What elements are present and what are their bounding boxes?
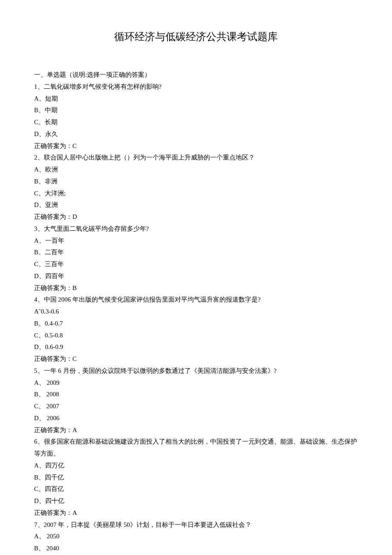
answer: 正确答案为：C bbox=[34, 353, 358, 365]
option: A、 2050 bbox=[34, 531, 358, 543]
answer: 正确答案为：A bbox=[34, 507, 358, 519]
option: B、 2008 bbox=[34, 389, 358, 401]
option: D、0.6-0.9 bbox=[34, 341, 358, 353]
option: D、四百年 bbox=[34, 270, 358, 282]
option: A、欧洲 bbox=[34, 164, 358, 176]
option: A、四万亿 bbox=[34, 460, 358, 472]
option: B、 2040 bbox=[34, 543, 358, 555]
question-text: 6、很多国家在能源和基础设施建设方面投入了相当大的比例，中国投资了一元到交通、能… bbox=[34, 436, 358, 460]
option: B、四千亿 bbox=[34, 472, 358, 484]
option: B、非洲 bbox=[34, 176, 358, 188]
document-content: 一、单选题（说明:选择一项正确的答案） 1、二氧化碳增多对气候变化将有怎样的影响… bbox=[34, 69, 358, 555]
document-title: 循环经济与低碳经济公共课考试题库 bbox=[34, 30, 358, 44]
option: C、四百亿 bbox=[34, 483, 358, 495]
option: A、 2009 bbox=[34, 377, 358, 389]
question-text: 5、一年 6 月份，美国的众议院终于以微弱的多数通过了《美国清洁能源与安全法案》… bbox=[34, 365, 358, 377]
option: B、0.4-0.7 bbox=[34, 318, 358, 330]
document-page: 循环经济与低碳经济公共课考试题库 一、单选题（说明:选择一项正确的答案） 1、二… bbox=[0, 0, 392, 555]
option: D、 2006 bbox=[34, 413, 358, 424]
question-text: 4、中国 2006 年出版的气候变化国家评估报告里面对平均气温升富的报道数字是? bbox=[34, 294, 358, 306]
option: C、长期 bbox=[34, 116, 358, 128]
option: C、大洋洲; bbox=[34, 188, 358, 200]
option: B、二百年 bbox=[34, 247, 358, 259]
option: B、中期 bbox=[34, 105, 358, 116]
answer: 正确答案为：A bbox=[34, 424, 358, 436]
question-text: 2、联合国人居中心出版物上把（）列为一个海平面上升威胁的一个重点地区？ bbox=[34, 152, 358, 164]
question-text: 3、大气里面二氧化碳平均会存留多少年? bbox=[34, 223, 358, 235]
question-text: 1、二氧化碳增多对气候变化将有怎样的影响? bbox=[34, 81, 358, 93]
option: A、短期 bbox=[34, 93, 358, 105]
answer: 正确答案为：D bbox=[34, 211, 358, 223]
answer: 正确答案为：C bbox=[34, 140, 358, 152]
option: D、永久 bbox=[34, 128, 358, 140]
option: C、0.5-0.8 bbox=[34, 330, 358, 342]
section-header: 一、单选题（说明:选择一项正确的答案） bbox=[34, 69, 358, 81]
option: C、 2007 bbox=[34, 401, 358, 413]
option: A、一百年 bbox=[34, 235, 358, 247]
option: Aˆ0.3-0.6 bbox=[34, 306, 358, 318]
answer: 正确答案为：B bbox=[34, 282, 358, 294]
option: D、亚洲 bbox=[34, 199, 358, 211]
option: D、四十亿 bbox=[34, 495, 358, 507]
option: C、三百年 bbox=[34, 259, 358, 270]
question-text: 7、2007 年，日本提《美丽星球 50》计划，目标于一年日本要进入低碳社会？ bbox=[34, 519, 358, 531]
